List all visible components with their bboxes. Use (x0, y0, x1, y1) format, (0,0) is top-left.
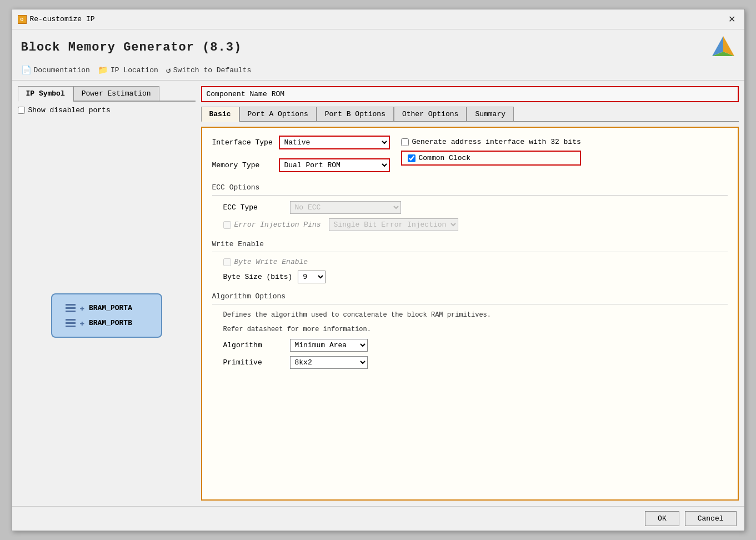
interface-memory-col: Interface Type Native Memory Type Dual P… (212, 136, 390, 177)
byte-write-checkbox[interactable] (223, 258, 231, 266)
ok-button[interactable]: OK (645, 511, 679, 526)
title-bar: ⚙ Re-customize IP ✕ (12, 9, 744, 29)
ecc-type-row: ECC Type No ECC (223, 201, 728, 214)
portb-lines (66, 319, 76, 327)
switch-defaults-button[interactable]: ↺ Switch to Defaults (166, 65, 251, 76)
ip-location-button[interactable]: 📁 IP Location (98, 65, 158, 76)
tab-ip-symbol[interactable]: IP Symbol (18, 86, 73, 102)
algorithm-select[interactable]: Minimum Area Low Power (290, 339, 368, 352)
byte-write-label: Byte Write Enable (234, 258, 308, 266)
config-tab-basic[interactable]: Basic (201, 107, 239, 122)
generate-address-row[interactable]: Generate address interface with 32 bits (401, 138, 581, 146)
common-clock-row[interactable]: Common Clock (408, 154, 471, 162)
interface-type-row: Interface Type Native (212, 136, 390, 149)
write-enable-divider (212, 252, 728, 252)
config-tab-summary[interactable]: Summary (467, 107, 514, 121)
left-tab-bar: IP Symbol Power Estimation (18, 86, 196, 102)
config-panel: Interface Type Native Memory Type Dual P… (201, 127, 739, 501)
switch-defaults-label: Switch to Defaults (173, 66, 251, 74)
byte-write-check-row: Byte Write Enable (223, 258, 308, 266)
toolbar: 📄 Documentation 📁 IP Location ↺ Switch t… (12, 63, 744, 81)
error-injection-label: Error Injection Pins (234, 221, 321, 229)
algorithm-content: Defines the algorithm used to concatenat… (212, 310, 728, 369)
byte-size-select[interactable]: 9 (298, 271, 326, 283)
write-enable-content: Byte Write Enable Byte Size (bits) 9 (212, 258, 728, 283)
ecc-type-select[interactable]: No ECC (290, 201, 401, 214)
port-line-2 (66, 307, 76, 309)
component-name-row: Component Name (201, 86, 739, 102)
main-window: ⚙ Re-customize IP ✕ Block Memory Generat… (12, 9, 745, 531)
primitive-label: Primitive (223, 358, 284, 367)
generate-clock-col: Generate address interface with 32 bits … (401, 136, 581, 166)
common-clock-label: Common Clock (419, 154, 471, 162)
algorithm-desc1: Defines the algorithm used to concatenat… (223, 310, 728, 320)
bram-porta-label: BRAM_PORTA (89, 304, 132, 312)
error-injection-check-row: Error Injection Pins (223, 221, 321, 229)
port-line-1 (66, 304, 76, 306)
vivado-logo (711, 35, 735, 59)
common-clock-checkbox[interactable] (408, 154, 415, 162)
title-bar-left: ⚙ Re-customize IP (18, 15, 95, 24)
app-header: Block Memory Generator (8.3) (12, 29, 744, 63)
ecc-section-title: ECC Options (212, 183, 728, 192)
config-tab-porta[interactable]: Port A Options (239, 107, 317, 121)
cancel-button[interactable]: Cancel (685, 511, 737, 526)
memory-type-label: Memory Type (212, 161, 273, 169)
close-button[interactable]: ✕ (725, 13, 739, 26)
error-injection-row: Error Injection Pins Single Bit Error In… (223, 218, 728, 231)
algorithm-divider (212, 304, 728, 304)
config-tabs: Basic Port A Options Port B Options Othe… (201, 107, 739, 122)
bram-block: ✚ BRAM_PORTA ✚ BRAM_PORTB (51, 293, 162, 338)
algorithm-row: Algorithm Minimum Area Low Power (223, 339, 728, 352)
error-injection-checkbox[interactable] (223, 221, 231, 229)
ip-symbol-area: ✚ BRAM_PORTA ✚ BRAM_PORTB (18, 130, 196, 501)
bottom-bar: OK Cancel (12, 506, 744, 531)
common-clock-box: Common Clock (401, 151, 581, 166)
port-line-5 (66, 322, 76, 324)
portb-plus-icon: ✚ (80, 318, 84, 328)
ecc-divider (212, 195, 728, 196)
write-enable-section-title: Write Enable (212, 240, 728, 248)
main-content: IP Symbol Power Estimation Show disabled… (12, 81, 744, 506)
component-name-label: Component Name (207, 90, 267, 98)
bram-porta-row: ✚ BRAM_PORTA (66, 303, 148, 313)
config-tab-portb[interactable]: Port B Options (317, 107, 394, 121)
window-title: Re-customize IP (30, 15, 95, 23)
documentation-button[interactable]: 📄 Documentation (21, 65, 90, 76)
porta-lines (66, 304, 76, 312)
show-ports-row: Show disabled ports (18, 106, 196, 114)
ip-location-label: IP Location (111, 66, 158, 74)
primitive-select[interactable]: 8kx2 (290, 356, 368, 369)
port-line-3 (66, 311, 76, 312)
component-name-input[interactable] (272, 90, 733, 98)
show-ports-checkbox[interactable] (18, 107, 25, 114)
memory-type-select[interactable]: Dual Port ROM (279, 158, 390, 172)
refresh-icon: ↺ (166, 65, 171, 76)
left-panel: IP Symbol Power Estimation Show disabled… (18, 86, 196, 501)
ecc-type-label: ECC Type (223, 203, 284, 212)
window-icon: ⚙ (18, 15, 27, 24)
byte-size-label: Byte Size (bits) (223, 273, 293, 281)
algorithm-section-title: Algorithm Options (212, 292, 728, 301)
app-title: Block Memory Generator (8.3) (21, 41, 242, 54)
bram-portb-row: ✚ BRAM_PORTB (66, 318, 148, 328)
porta-plus-icon: ✚ (80, 303, 84, 313)
primitive-row: Primitive 8kx2 (223, 356, 728, 369)
generate-address-label: Generate address interface with 32 bits (412, 138, 581, 146)
algorithm-desc2: Refer datasheet for more information. (223, 324, 728, 334)
algorithm-label: Algorithm (223, 341, 284, 349)
show-ports-label: Show disabled ports (28, 106, 111, 114)
folder-icon: 📁 (98, 65, 108, 76)
ecc-content: ECC Type No ECC Error Injection Pins Sin… (212, 201, 728, 231)
port-line-4 (66, 319, 76, 321)
interface-type-select[interactable]: Native (279, 136, 390, 149)
top-section: Interface Type Native Memory Type Dual P… (212, 136, 728, 177)
documentation-label: Documentation (34, 66, 90, 74)
config-tab-other[interactable]: Other Options (394, 107, 467, 121)
tab-power-estimation[interactable]: Power Estimation (73, 86, 159, 101)
generate-address-checkbox[interactable] (401, 138, 409, 146)
byte-size-row: Byte Size (bits) 9 (223, 271, 728, 283)
error-injection-select[interactable]: Single Bit Error Injection (329, 218, 458, 231)
memory-type-row: Memory Type Dual Port ROM (212, 158, 390, 172)
port-line-6 (66, 326, 76, 327)
